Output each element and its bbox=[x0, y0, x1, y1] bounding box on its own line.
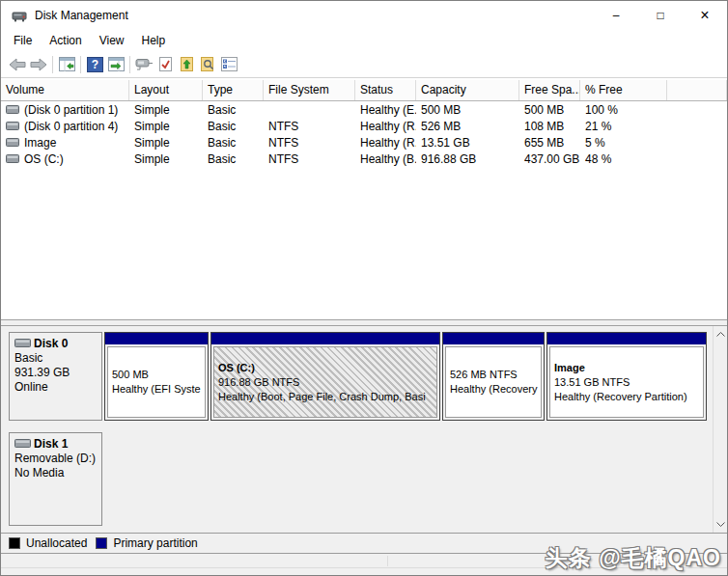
partition-status: Healthy (Recovery Partition) bbox=[554, 390, 699, 404]
disk-size: 931.39 GB bbox=[14, 366, 101, 380]
free-space-cell: 437.00 GB bbox=[519, 152, 580, 166]
find-icon[interactable] bbox=[197, 54, 218, 74]
primary-partition-swatch bbox=[96, 537, 107, 549]
column-header-status[interactable]: Status bbox=[355, 80, 416, 100]
disk-status: Online bbox=[14, 380, 101, 395]
status-cell: Healthy (E... bbox=[355, 103, 416, 117]
disk-icon bbox=[14, 437, 31, 452]
primary-partition-bar bbox=[547, 333, 706, 344]
legend-label: Unallocated bbox=[26, 536, 87, 550]
close-button[interactable]: × bbox=[683, 1, 727, 30]
properties-list-icon[interactable] bbox=[218, 54, 239, 74]
volume-icon bbox=[6, 122, 19, 130]
disk-status: No Media bbox=[14, 466, 101, 480]
legend-unallocated: Unallocated bbox=[9, 536, 87, 550]
maximize-button[interactable]: □ bbox=[638, 1, 683, 30]
partition-image[interactable]: Image 13.51 GB NTFS Healthy (Recovery Pa… bbox=[546, 332, 707, 421]
table-row[interactable]: (Disk 0 partition 1) Simple Basic Health… bbox=[1, 101, 727, 118]
column-header-volume[interactable]: Volume bbox=[1, 80, 129, 100]
watermark-text: 头条 @毛橘QAO bbox=[546, 543, 721, 573]
scroll-down-icon[interactable] bbox=[714, 517, 727, 532]
file-system-cell: NTFS bbox=[264, 136, 355, 150]
type-cell: Basic bbox=[203, 120, 264, 133]
file-system-cell: NTFS bbox=[264, 152, 355, 166]
capacity-cell: 526 MB bbox=[416, 120, 519, 133]
partition-efi[interactable]: 500 MB Healthy (EFI Syste bbox=[104, 332, 209, 421]
disk-drive-icon bbox=[12, 9, 27, 23]
column-header-layout[interactable]: Layout bbox=[129, 80, 203, 100]
status-cell: Healthy (R... bbox=[355, 136, 416, 150]
partition-size: 13.51 GB NTFS bbox=[554, 375, 699, 390]
disk-0-label[interactable]: Disk 0 Basic 931.39 GB Online bbox=[9, 332, 102, 421]
percent-free-cell: 48 % bbox=[580, 152, 667, 166]
status-cell: Healthy (R... bbox=[355, 120, 416, 133]
free-space-cell: 655 MB bbox=[519, 136, 580, 150]
partition-size: 500 MB bbox=[112, 368, 201, 382]
disk-1-label[interactable]: Disk 1 Removable (D:) No Media bbox=[9, 432, 102, 526]
vertical-scrollbar[interactable] bbox=[713, 326, 727, 533]
minimize-button[interactable]: – bbox=[594, 1, 638, 30]
disk-icon bbox=[14, 337, 31, 351]
layout-cell: Simple bbox=[129, 136, 203, 150]
volume-icon bbox=[6, 105, 19, 114]
menu-help[interactable]: Help bbox=[133, 32, 175, 49]
menu-bar: File Action View Help bbox=[1, 30, 727, 51]
disk-0-row: Disk 0 Basic 931.39 GB Online 500 MB Hea… bbox=[9, 332, 707, 421]
volume-icon bbox=[6, 154, 19, 163]
graphical-view: Disk 0 Basic 931.39 GB Online 500 MB Hea… bbox=[1, 326, 727, 533]
column-header-empty[interactable] bbox=[667, 80, 727, 100]
column-header-percent-free[interactable]: % Free bbox=[580, 80, 667, 100]
volume-list: Volume Layout Type File System Status Ca… bbox=[1, 78, 727, 320]
menu-file[interactable]: File bbox=[5, 32, 41, 49]
toolbar: ? bbox=[1, 51, 727, 78]
scroll-up-icon[interactable] bbox=[714, 327, 727, 342]
type-cell: Basic bbox=[203, 103, 264, 117]
file-system-cell: NTFS bbox=[264, 120, 355, 133]
toolbar-separator bbox=[80, 56, 81, 73]
popup-window-icon[interactable] bbox=[133, 54, 154, 74]
column-header-free-space[interactable]: Free Spa... bbox=[519, 80, 580, 100]
table-row[interactable]: OS (C:) Simple Basic NTFS Healthy (B... … bbox=[1, 151, 727, 167]
back-arrow-icon[interactable] bbox=[7, 54, 28, 74]
menu-view[interactable]: View bbox=[91, 32, 133, 49]
table-row[interactable]: (Disk 0 partition 4) Simple Basic NTFS H… bbox=[1, 118, 727, 134]
percent-free-cell: 21 % bbox=[580, 120, 667, 133]
help-icon[interactable]: ? bbox=[84, 54, 105, 74]
legend-label: Primary partition bbox=[113, 536, 197, 550]
disk-name: Disk 1 bbox=[34, 437, 68, 452]
status-cell: Healthy (B... bbox=[355, 152, 416, 166]
partition-recovery[interactable]: 526 MB NTFS Healthy (Recovery bbox=[442, 332, 545, 421]
partition-status: Healthy (Recovery bbox=[450, 382, 537, 397]
capacity-cell: 916.88 GB bbox=[416, 152, 519, 166]
volume-name-cell: (Disk 0 partition 1) bbox=[1, 103, 129, 117]
menu-action[interactable]: Action bbox=[41, 32, 90, 49]
primary-partition-bar bbox=[211, 333, 439, 344]
volume-name-cell: OS (C:) bbox=[1, 152, 129, 166]
export-list-icon[interactable] bbox=[176, 54, 197, 74]
free-space-cell: 500 MB bbox=[519, 103, 580, 117]
volume-name-cell: Image bbox=[1, 136, 129, 150]
partition-name: Image bbox=[554, 361, 699, 375]
window-controls: – □ × bbox=[594, 1, 727, 30]
volume-name: (Disk 0 partition 4) bbox=[24, 120, 118, 133]
volume-list-header: Volume Layout Type File System Status Ca… bbox=[1, 80, 727, 101]
show-console-tree-icon[interactable] bbox=[56, 54, 77, 74]
disk-0-partitions: 500 MB Healthy (EFI Syste OS (C:) 916.88… bbox=[104, 332, 707, 421]
volume-name-cell: (Disk 0 partition 4) bbox=[1, 120, 129, 133]
primary-partition-bar bbox=[105, 333, 208, 344]
window-title: Disk Management bbox=[35, 9, 128, 22]
table-row[interactable]: Image Simple Basic NTFS Healthy (R... 13… bbox=[1, 134, 727, 151]
column-header-file-system[interactable]: File System bbox=[264, 80, 355, 100]
column-header-capacity[interactable]: Capacity bbox=[416, 80, 519, 100]
partition-os-c[interactable]: OS (C:) 916.88 GB NTFS Healthy (Boot, Pa… bbox=[210, 332, 440, 421]
show-action-pane-icon[interactable] bbox=[105, 54, 126, 74]
type-cell: Basic bbox=[203, 152, 264, 166]
forward-arrow-icon[interactable] bbox=[28, 54, 49, 74]
capacity-cell: 13.51 GB bbox=[416, 136, 519, 150]
svg-text:?: ? bbox=[91, 58, 98, 71]
column-header-type[interactable]: Type bbox=[203, 80, 264, 100]
check-document-icon[interactable] bbox=[154, 54, 176, 74]
volume-name: OS (C:) bbox=[24, 152, 64, 166]
primary-partition-bar bbox=[443, 333, 544, 344]
partition-size: 916.88 GB NTFS bbox=[218, 375, 433, 390]
